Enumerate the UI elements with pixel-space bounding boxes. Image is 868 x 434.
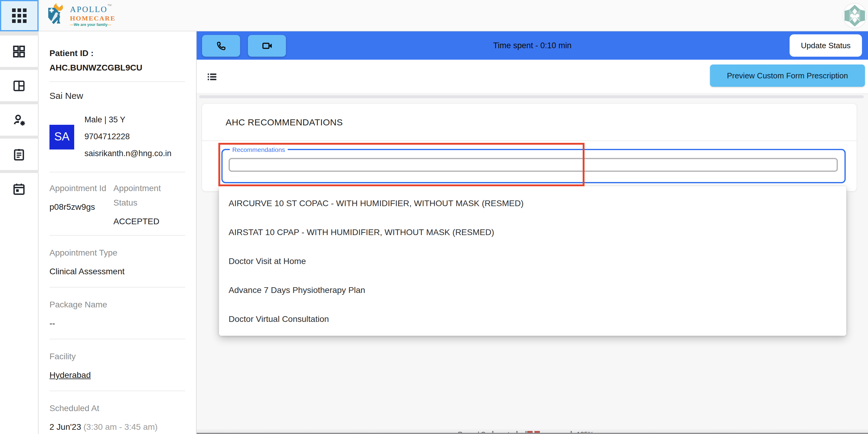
dropdown-option[interactable]: Doctor Virtual Consultation xyxy=(219,304,846,333)
identicon-pattern xyxy=(843,4,866,28)
rail-divider xyxy=(0,101,39,104)
sidebar-item-calendar[interactable] xyxy=(0,173,38,204)
logo-name: APOLLO xyxy=(70,5,108,14)
appointment-id-value: p08r5zw9gs xyxy=(50,200,114,214)
cutoff-divider xyxy=(525,431,527,434)
rail-divider xyxy=(0,170,39,173)
logo-tagline: —We are your family— xyxy=(70,23,116,27)
cutoff-red-square xyxy=(527,431,533,434)
dropdown-option[interactable]: Advance 7 Days Physiotherapy Plan xyxy=(219,275,846,304)
logo-trademark: TM xyxy=(108,4,112,7)
patient-avatar: SA xyxy=(50,125,74,149)
cutoff-text-comment: Comment xyxy=(481,430,509,434)
sidebar-item-clipboard[interactable] xyxy=(0,139,38,170)
divider xyxy=(50,391,185,391)
divider xyxy=(50,81,185,82)
divider xyxy=(50,287,185,288)
cutoff-text: 125% xyxy=(577,430,593,434)
scheduled-at-label: Scheduled At xyxy=(50,401,185,415)
appointment-status-label: Appointment Status xyxy=(114,181,185,210)
app-window: APOLLOTM HOMECARE —We are your family— xyxy=(0,0,868,434)
facility-label: Facility xyxy=(50,349,185,364)
apps-grid-icon xyxy=(12,8,27,23)
card-header: AHC RECOMMENDATIONS xyxy=(202,104,857,141)
apollo-torch-icon xyxy=(46,3,67,28)
package-name-label: Package Name xyxy=(50,297,185,312)
sidebar-item-split-view[interactable] xyxy=(0,70,38,101)
patient-demographics: Male | 35 Y xyxy=(85,111,172,128)
dropdown-option[interactable]: AIRSTAT 10 CPAP - WITH HUMIDIFIER, WITHO… xyxy=(219,218,846,246)
ahc-recommendations-card: AHC RECOMMENDATIONS Recommendations xyxy=(202,103,857,192)
user-avatar-identicon[interactable] xyxy=(843,4,866,28)
cutoff-red-square xyxy=(534,431,540,434)
list-view-toggle[interactable] xyxy=(206,71,218,85)
calendar-icon xyxy=(12,182,26,196)
video-call-button[interactable] xyxy=(248,35,286,57)
scheduled-at-value: 2 Jun'23 (3:30 am - 3:45 am) xyxy=(50,420,185,434)
call-control-bar: Time spent - 0:10 min Update Status xyxy=(197,31,868,60)
list-icon xyxy=(206,71,218,82)
rail-divider xyxy=(0,31,39,36)
cutoff-text-remarks: Remarks xyxy=(458,430,484,434)
patient-id-label: Patient ID : xyxy=(50,46,185,60)
facility-link[interactable]: Hyderabad xyxy=(50,368,185,382)
logo-sub-name: HOMECARE xyxy=(70,15,116,22)
recommendations-field-outline: Recommendations xyxy=(221,149,846,183)
top-bar: APOLLOTM HOMECARE —We are your family— xyxy=(0,0,868,31)
left-icon-rail xyxy=(0,31,39,434)
clipboard-icon xyxy=(12,147,26,161)
horizontal-scrollbar[interactable] xyxy=(199,95,864,98)
divider xyxy=(50,235,185,236)
tool-row: Preview Custom Form Prescription xyxy=(197,60,868,94)
recommendations-dropdown: AIRCURVE 10 ST COPAC - WITH HUMIDIFIER, … xyxy=(219,186,846,336)
apps-menu-button[interactable] xyxy=(0,0,39,31)
package-name-value: -- xyxy=(50,316,185,330)
rail-divider xyxy=(0,136,39,139)
cutoff-divider xyxy=(570,431,572,434)
patient-name: Sai New xyxy=(50,91,185,101)
preview-custom-form-prescription-button[interactable]: Preview Custom Form Prescription xyxy=(710,65,865,87)
video-camera-icon xyxy=(261,40,273,52)
divider xyxy=(50,339,185,339)
patient-contact-block: SA Male | 35 Y 9704712228 saisrikanth.n@… xyxy=(50,111,185,162)
phone-call-button[interactable] xyxy=(202,35,240,57)
user-settings-icon xyxy=(12,113,26,127)
sidebar-item-dashboard[interactable] xyxy=(0,36,38,67)
rail-divider xyxy=(0,67,39,70)
appointment-type-value: Clinical Assessment xyxy=(50,264,185,278)
patient-email: saisrikanth.n@hng.co.in xyxy=(85,145,172,162)
main-content: Time spent - 0:10 min Update Status Prev… xyxy=(197,31,868,434)
dropdown-option[interactable]: Doctor Visit at Home xyxy=(219,246,846,275)
split-view-icon xyxy=(12,79,26,93)
time-spent-text: Time spent - 0:10 min xyxy=(197,41,868,50)
patient-phone: 9704712228 xyxy=(85,128,172,145)
apollo-homecare-logo: APOLLOTM HOMECARE —We are your family— xyxy=(46,3,116,28)
dropdown-option[interactable]: AIRCURVE 10 ST COPAC - WITH HUMIDIFIER, … xyxy=(219,189,846,218)
recommendations-field-label: Recommendations xyxy=(230,146,287,154)
appointment-id-label: Appointment Id xyxy=(50,181,114,195)
appointment-status-value: ACCEPTED xyxy=(114,214,185,229)
patient-id-value: AHC.BUNWZCGBL9CU xyxy=(50,60,185,75)
section-title: AHC RECOMMENDATIONS xyxy=(226,117,343,127)
update-status-button[interactable]: Update Status xyxy=(789,34,862,57)
sidebar-item-user-settings[interactable] xyxy=(0,104,38,136)
appointment-type-label: Appointment Type xyxy=(50,245,185,260)
recommendations-input[interactable] xyxy=(228,158,838,172)
cutoff-divider xyxy=(516,431,518,434)
patient-info-panel: Patient ID : AHC.BUNWZCGBL9CU Sai New SA… xyxy=(39,31,197,434)
divider xyxy=(50,172,185,172)
bottom-cutoff-strip: Remarks Comment 125% xyxy=(197,429,868,434)
phone-icon xyxy=(215,40,227,52)
dashboard-icon xyxy=(12,44,26,58)
